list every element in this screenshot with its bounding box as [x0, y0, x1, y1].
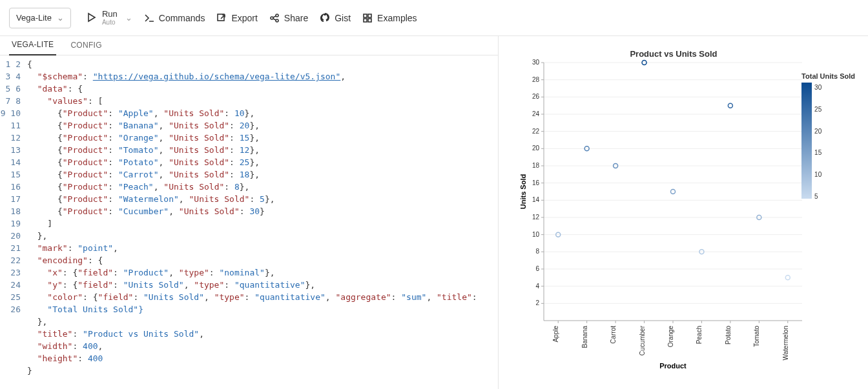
- svg-point-1: [271, 17, 273, 19]
- play-icon: [87, 12, 97, 23]
- svg-point-79: [671, 190, 676, 194]
- github-icon: [320, 13, 330, 23]
- svg-point-3: [276, 19, 278, 22]
- share-label: Share: [284, 13, 308, 23]
- tab-config[interactable]: CONFIG: [68, 37, 104, 55]
- svg-rect-6: [364, 19, 367, 22]
- svg-text:Potato: Potato: [725, 326, 732, 344]
- svg-point-81: [728, 103, 732, 108]
- svg-text:Watermelon: Watermelon: [782, 326, 789, 361]
- svg-text:Apple: Apple: [552, 326, 559, 343]
- share-icon: [269, 13, 280, 23]
- svg-text:12: 12: [532, 214, 540, 221]
- svg-point-83: [785, 275, 790, 280]
- grid-icon: [362, 13, 373, 23]
- svg-text:Carrot: Carrot: [610, 326, 617, 344]
- commands-label: Commands: [159, 13, 205, 23]
- svg-text:Banana: Banana: [581, 326, 588, 348]
- svg-text:Cucumber: Cucumber: [639, 325, 646, 355]
- editor-tabs: VEGA-LITE CONFIG: [0, 36, 498, 55]
- svg-text:Units Sold: Units Sold: [519, 174, 527, 209]
- svg-text:30: 30: [532, 59, 540, 66]
- svg-text:26: 26: [532, 93, 540, 100]
- run-label: Run: [102, 10, 118, 19]
- run-button[interactable]: Run Auto: [83, 7, 121, 28]
- svg-rect-7: [368, 19, 371, 22]
- run-caret[interactable]: ⌄: [125, 13, 132, 23]
- svg-text:18: 18: [532, 162, 540, 169]
- chart-pane: Product vs Units Sold 246810121416182022…: [499, 36, 868, 389]
- svg-text:6: 6: [535, 265, 539, 272]
- editor-pane: VEGA-LITE CONFIG 1 2 3 4 5 6 7 8 9 10 11…: [0, 36, 499, 389]
- examples-button[interactable]: Examples: [362, 13, 417, 23]
- svg-text:4: 4: [535, 283, 539, 290]
- svg-text:Product: Product: [659, 362, 687, 370]
- svg-text:20: 20: [532, 145, 540, 152]
- svg-text:16: 16: [532, 179, 540, 186]
- chart-title: Product vs Units Sold: [492, 49, 855, 59]
- mode-selector[interactable]: Vega-Lite ⌄: [9, 8, 71, 28]
- run-group: Run Auto ⌄: [83, 7, 132, 28]
- share-button[interactable]: Share: [269, 13, 308, 23]
- svg-text:22: 22: [532, 128, 540, 135]
- svg-text:10: 10: [532, 231, 540, 238]
- svg-text:2: 2: [535, 299, 539, 306]
- color-legend: Total Units Sold 30252015105: [801, 72, 855, 199]
- line-gutter: 1 2 3 4 5 6 7 8 9 10 11 12 13 14 15 16 1…: [0, 55, 27, 389]
- export-label: Export: [231, 13, 257, 23]
- export-icon: [216, 13, 227, 23]
- mode-label: Vega-Lite: [16, 13, 52, 23]
- svg-text:Peach: Peach: [696, 326, 703, 344]
- code-content: { "$schema": "https://vega.github.io/sch…: [27, 55, 498, 389]
- svg-text:28: 28: [532, 76, 540, 83]
- svg-rect-4: [364, 14, 367, 17]
- examples-label: Examples: [377, 13, 417, 23]
- svg-text:Tomato: Tomato: [753, 326, 760, 347]
- chevron-down-icon: ⌄: [57, 13, 64, 23]
- tab-vega-lite[interactable]: VEGA-LITE: [9, 36, 56, 55]
- svg-rect-5: [368, 14, 371, 17]
- legend-ticks: 30252015105: [814, 84, 822, 200]
- legend-title: Total Units Sold: [801, 72, 855, 80]
- toolbar: Vega-Lite ⌄ Run Auto ⌄ Commands Export S…: [0, 0, 868, 36]
- scatter-plot[interactable]: 24681012141618202224262830AppleBananaCar…: [518, 59, 802, 372]
- gist-label: Gist: [335, 13, 351, 23]
- gist-button[interactable]: Gist: [320, 13, 351, 23]
- export-button[interactable]: Export: [216, 13, 257, 23]
- commands-button[interactable]: Commands: [144, 13, 205, 23]
- terminal-icon: [144, 13, 154, 23]
- run-sublabel: Auto: [102, 19, 118, 26]
- svg-text:14: 14: [532, 196, 540, 203]
- svg-text:24: 24: [532, 110, 540, 117]
- svg-text:8: 8: [535, 248, 539, 255]
- legend-gradient: [801, 83, 812, 199]
- svg-point-2: [276, 14, 278, 17]
- svg-text:Orange: Orange: [667, 326, 674, 348]
- code-editor[interactable]: 1 2 3 4 5 6 7 8 9 10 11 12 13 14 15 16 1…: [0, 55, 498, 389]
